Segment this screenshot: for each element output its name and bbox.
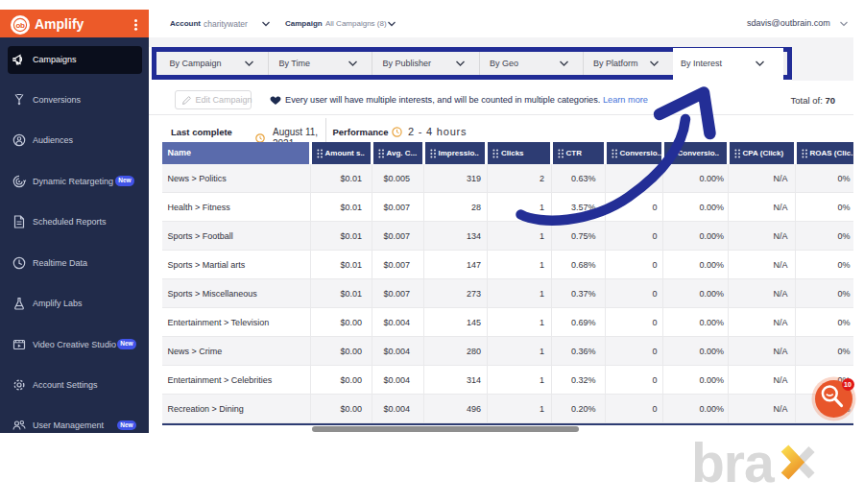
svg-text:bra: bra xyxy=(691,432,776,492)
